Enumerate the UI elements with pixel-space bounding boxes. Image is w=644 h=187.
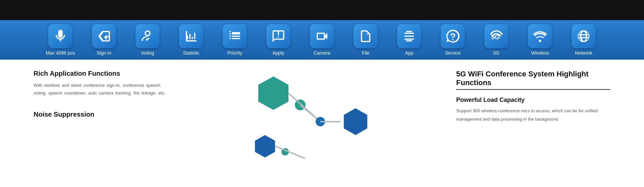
nav-item-file[interactable]: File (351, 24, 381, 56)
statistic-icon-box (179, 24, 203, 48)
nav-label-max4096: Max 4096 pcs (46, 50, 75, 56)
nav-item-statistic[interactable]: Statistic (176, 24, 206, 56)
line-lower (275, 146, 305, 159)
camera-icon-box (310, 24, 334, 48)
rich-functions-body: With wireless and wired conference sign-… (34, 81, 174, 97)
nav-label-statistic: Statistic (183, 50, 199, 56)
nav-item-priority[interactable]: Priority (220, 24, 250, 56)
right-section: 5G WiFi Conference System Highlight Func… (443, 70, 610, 164)
noise-suppression-title: Noise Suppression (34, 111, 174, 118)
hex-teal-large (258, 76, 288, 110)
network-icon-box (572, 24, 596, 48)
wireless-icon-box (528, 24, 552, 48)
highlight-title: 5G WiFi Conference System Highlight Func… (456, 70, 610, 90)
nav-label-apply: Apply (272, 50, 284, 56)
diagram-section (174, 70, 443, 164)
main-content: Rich Application Functions With wireless… (0, 60, 644, 164)
nav-label-5g: 5G (493, 50, 500, 56)
wireless-icon (533, 29, 547, 43)
top-banner (0, 0, 644, 20)
voting-icon (141, 29, 155, 43)
statistic-icon (184, 29, 198, 43)
nav-label-app: App (405, 50, 414, 56)
nav-item-voting[interactable]: Voting (132, 24, 163, 56)
nav-item-network[interactable]: Network (569, 24, 599, 56)
nav-item-5g[interactable]: 5G 5G (481, 24, 512, 56)
nav-label-voting: Voting (141, 50, 154, 56)
powerful-load-body: Support 300 wireless conference mics to … (456, 107, 610, 123)
nav-label-service: Service (445, 50, 461, 56)
service-icon (446, 29, 460, 43)
hexagon-diagram (245, 70, 372, 164)
nav-item-apply[interactable]: Apply (263, 24, 293, 56)
left-section: Rich Application Functions With wireless… (34, 70, 174, 164)
apply-icon-box (266, 24, 290, 48)
file-icon (359, 29, 373, 43)
camera-icon (315, 29, 329, 43)
nav-item-app[interactable]: App (394, 24, 424, 56)
nav-label-network: Network (575, 50, 592, 56)
nav-label-file: File (362, 50, 370, 56)
hex-blue-large (344, 108, 367, 135)
apply-icon (271, 29, 285, 43)
app-icon (402, 29, 416, 43)
nav-item-wireless[interactable]: Wireless (525, 24, 555, 56)
nav-label-camera: Camera (314, 50, 330, 56)
5g-icon: 5G (489, 29, 503, 43)
rich-functions-title: Rich Application Functions (34, 70, 174, 77)
icon-bar: Max 4096 pcs Sign-in Voting Statistic (0, 20, 644, 60)
signin-icon (97, 29, 111, 43)
priority-icon (228, 29, 242, 43)
5g-icon-box: 5G (484, 24, 508, 48)
priority-icon-box (223, 24, 247, 48)
nav-item-service[interactable]: Service (438, 24, 468, 56)
nav-item-max4096[interactable]: Max 4096 pcs (45, 24, 75, 56)
mic-icon-box (48, 24, 72, 48)
nav-label-wireless: Wireless (531, 50, 549, 56)
nav-item-signin[interactable]: Sign-in (89, 24, 119, 56)
network-icon (577, 29, 591, 43)
powerful-load-title: Powerful Load Capacity (456, 97, 610, 104)
voting-icon-box (136, 24, 160, 48)
app-icon-box (397, 24, 421, 48)
signin-icon-box (92, 24, 116, 48)
nav-label-priority: Priority (227, 50, 242, 56)
hex-blue-small (255, 135, 275, 158)
file-icon-box (354, 24, 378, 48)
nav-label-signin: Sign-in (97, 50, 111, 56)
mic-icon (53, 29, 67, 43)
diagram-svg (245, 70, 372, 164)
nav-item-camera[interactable]: Camera (307, 24, 337, 56)
service-icon-box (441, 24, 465, 48)
